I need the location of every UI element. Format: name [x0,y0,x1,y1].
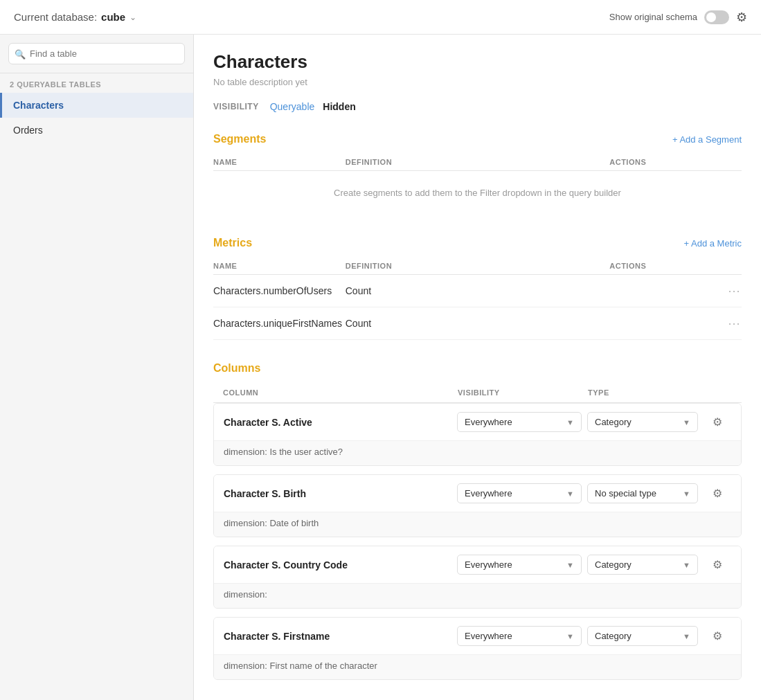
chevron-down-icon: ▼ [566,490,574,498]
metric-2-name: Characters.uniqueFirstNames [213,318,346,329]
metric-1-def: Count [346,285,610,296]
show-original-label: Show original schema [609,12,697,22]
column-country-gear-button[interactable]: ⚙ [704,558,731,571]
search-input[interactable] [8,43,185,64]
column-card-firstname-header: Character S. Firstname Everywhere ▼ Cate… [214,618,741,654]
col-header-visibility: VISIBILITY [458,388,582,397]
sidebar-search-container: 🔍 [0,35,193,73]
segments-table-header: NAME DEFINITION ACTIONS [213,154,742,171]
columns-section: Columns COLUMN VISIBILITY TYPE Character… [213,362,742,680]
show-original-toggle[interactable] [704,10,729,24]
metric-1-more-button[interactable]: ⋯ [728,283,742,298]
column-firstname-visibility-select[interactable]: Everywhere ▼ [457,626,582,646]
main-content: Characters No table description yet VISI… [194,35,761,700]
chevron-down-icon: ▼ [566,418,574,427]
chevron-down-icon: ▼ [683,632,690,640]
column-country-visibility-value: Everywhere [465,559,512,570]
metrics-header: Metrics + Add a Metric [213,237,742,249]
column-firstname-name: Character S. Firstname [224,631,451,642]
visibility-label: VISIBILITY [213,102,259,111]
column-active-visibility-select[interactable]: Everywhere ▼ [457,412,582,432]
metrics-col-def: DEFINITION [346,262,610,270]
segments-header: Segments + Add a Segment [213,133,742,145]
column-active-visibility-value: Everywhere [465,417,512,427]
columns-header: Columns [213,362,742,375]
db-prefix-label: Current database: [14,11,97,23]
column-firstname-visibility-value: Everywhere [465,631,512,641]
column-country-visibility-select[interactable]: Everywhere ▼ [457,555,582,575]
sidebar: 🔍 2 QUERYABLE TABLES Characters Orders [0,35,194,700]
metric-2-def: Count [346,318,610,329]
add-segment-link[interactable]: + Add a Segment [672,134,742,145]
col-header-actions [704,388,732,397]
chevron-down-icon: ▼ [683,418,690,427]
column-birth-type-select[interactable]: No special type ▼ [587,483,698,503]
col-header-type: TYPE [588,388,699,397]
columns-title: Columns [213,362,260,375]
column-birth-visibility-value: Everywhere [465,488,512,499]
top-header: Current database: cube ⌄ Show original s… [0,0,761,35]
sidebar-item-orders[interactable]: Orders [0,118,193,143]
column-active-desc: dimension: Is the user active? [214,440,741,465]
visibility-queryable-btn[interactable]: Queryable [270,100,315,114]
add-metric-link[interactable]: + Add a Metric [684,238,742,249]
page-title: Characters [213,51,742,73]
segments-col-def: DEFINITION [346,158,610,166]
metrics-col-actions: ACTIONS [609,262,742,270]
column-active-type-value: Category [595,417,632,427]
metrics-title: Metrics [213,237,252,249]
column-country-type-select[interactable]: Category ▼ [587,555,698,575]
columns-table-header: COLUMN VISIBILITY TYPE [213,383,742,403]
column-firstname-gear-button[interactable]: ⚙ [704,629,731,643]
chevron-down-icon: ▼ [683,561,690,569]
column-country-name: Character S. Country Code [224,559,451,571]
visibility-row: VISIBILITY Queryable Hidden [213,100,742,114]
column-card-active-header: Character S. Active Everywhere ▼ Categor… [214,404,741,440]
metric-2-more-button[interactable]: ⋯ [728,316,742,331]
column-card-birth: Character S. Birth Everywhere ▼ No speci… [213,474,742,537]
metric-1-name: Characters.numberOfUsers [213,285,346,296]
metrics-section: Metrics + Add a Metric NAME DEFINITION A… [213,237,742,340]
search-wrapper: 🔍 [8,43,185,64]
settings-icon[interactable]: ⚙ [736,10,747,25]
metric-2-actions: ⋯ [609,316,742,331]
segments-col-actions: ACTIONS [609,158,742,166]
column-country-type-value: Category [595,559,632,570]
column-birth-visibility-select[interactable]: Everywhere ▼ [457,483,582,503]
column-firstname-type-value: Category [595,631,632,641]
db-info: Current database: cube ⌄ [14,11,136,23]
layout: 🔍 2 QUERYABLE TABLES Characters Orders C… [0,35,761,700]
column-firstname-desc: dimension: First name of the character [214,654,741,679]
header-right: Show original schema ⚙ [609,10,747,25]
column-birth-name: Character S. Birth [224,488,451,499]
column-birth-gear-button[interactable]: ⚙ [704,487,731,500]
column-card-firstname: Character S. Firstname Everywhere ▼ Cate… [213,617,742,680]
visibility-hidden-btn[interactable]: Hidden [323,100,355,114]
metric-row: Characters.numberOfUsers Count ⋯ [213,275,742,307]
chevron-down-icon: ▼ [566,632,574,640]
column-country-desc: dimension: [214,583,741,608]
chevron-down-icon: ▼ [566,561,574,569]
db-name-label: cube [101,11,125,23]
metrics-table-header: NAME DEFINITION ACTIONS [213,258,742,275]
segments-section: Segments + Add a Segment NAME DEFINITION… [213,133,742,215]
col-header-column: COLUMN [223,388,452,397]
sidebar-item-characters[interactable]: Characters [0,93,193,118]
segments-col-name: NAME [213,158,346,166]
column-firstname-type-select[interactable]: Category ▼ [587,626,698,646]
column-birth-desc: dimension: Date of birth [214,512,741,537]
segments-empty-message: Create segments to add them to the Filte… [213,171,742,215]
db-chevron-icon[interactable]: ⌄ [129,12,136,22]
column-active-type-select[interactable]: Category ▼ [587,412,698,432]
metric-row: Characters.uniqueFirstNames Count ⋯ [213,307,742,340]
sidebar-section-label: 2 QUERYABLE TABLES [0,73,193,93]
column-card-country-header: Character S. Country Code Everywhere ▼ C… [214,546,741,583]
metrics-col-name: NAME [213,262,346,270]
column-active-gear-button[interactable]: ⚙ [704,415,731,429]
column-card-country: Character S. Country Code Everywhere ▼ C… [213,546,742,609]
segments-title: Segments [213,133,266,145]
main-inner: Characters No table description yet VISI… [194,35,761,700]
column-birth-type-value: No special type [595,488,656,499]
metric-1-actions: ⋯ [609,283,742,298]
column-card-active: Character S. Active Everywhere ▼ Categor… [213,403,742,466]
